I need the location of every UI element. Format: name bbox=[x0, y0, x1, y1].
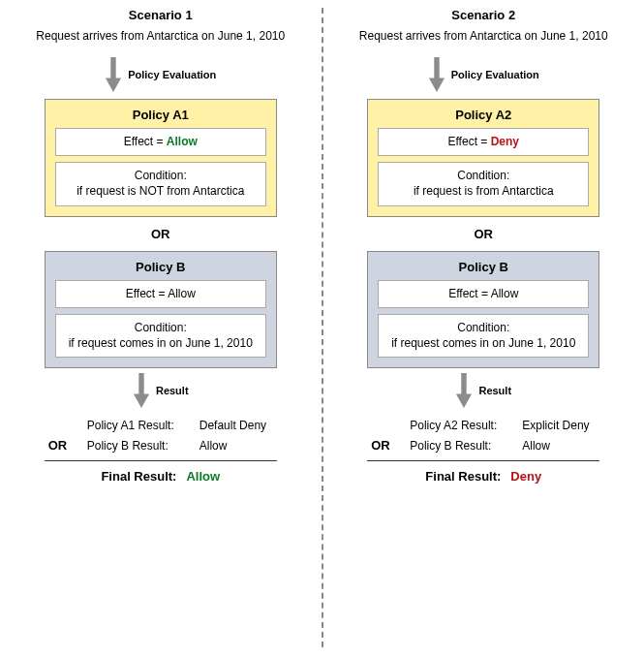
policy-a2-effect: Effect = Deny bbox=[378, 128, 589, 157]
result-row-label: Policy B Result: bbox=[87, 439, 194, 453]
scenario-2-column: Scenario 2 Request arrives from Antarcti… bbox=[323, 0, 645, 657]
result-or: OR bbox=[48, 438, 81, 453]
result-divider bbox=[367, 460, 599, 461]
final-result-row: Final Result: Allow bbox=[101, 469, 220, 484]
result-row-value: Allow bbox=[522, 439, 596, 453]
scenario-1-arrow-result: Result bbox=[133, 372, 189, 409]
policy-b2-effect: Effect = Allow bbox=[378, 280, 589, 309]
result-row-label: Policy B Result: bbox=[410, 439, 516, 453]
arrow-down-icon bbox=[133, 372, 150, 409]
result-row-label: Policy A2 Result: bbox=[410, 419, 516, 432]
policy-a2-title: Policy A2 bbox=[378, 108, 589, 122]
scenario-1-column: Scenario 1 Request arrives from Antarcti… bbox=[0, 0, 322, 657]
arrow-label: Policy Evaluation bbox=[451, 69, 539, 80]
policy-a2-condition: Condition:if request is from Antarctica bbox=[378, 162, 589, 205]
final-result-value: Allow bbox=[186, 469, 220, 484]
effect-prefix: Effect = bbox=[124, 135, 167, 148]
arrow-label: Result bbox=[156, 385, 189, 396]
scenario-2-title: Scenario 2 bbox=[451, 8, 515, 22]
policy-b1-condition: Condition:if request comes in on June 1,… bbox=[55, 314, 266, 358]
effect-value: Allow bbox=[167, 135, 198, 148]
scenario-2-arrow-eval: Policy Evaluation bbox=[428, 56, 539, 93]
scenario-2-results: Policy A2 Result: Explicit Deny OR Polic… bbox=[367, 415, 599, 484]
result-grid: Policy A1 Result: Default Deny OR Policy… bbox=[45, 415, 277, 460]
policy-b1-effect: Effect = Allow bbox=[55, 280, 266, 309]
policy-b1-title: Policy B bbox=[55, 260, 266, 274]
arrow-down-icon bbox=[105, 56, 122, 93]
policy-a2-box: Policy A2 Effect = Deny Condition:if req… bbox=[367, 99, 599, 217]
scenario-1-arrow-eval: Policy Evaluation bbox=[105, 56, 216, 93]
effect-value: Deny bbox=[491, 135, 519, 148]
scenario-2-request: Request arrives from Antarctica on June … bbox=[359, 28, 608, 45]
policy-b2-box: Policy B Effect = Allow Condition:if req… bbox=[367, 251, 599, 369]
diagram-container: Scenario 1 Request arrives from Antarcti… bbox=[0, 0, 644, 657]
arrow-label: Result bbox=[478, 385, 511, 396]
scenario-1-title: Scenario 1 bbox=[129, 8, 193, 22]
result-divider bbox=[45, 460, 277, 461]
arrow-down-icon bbox=[428, 56, 445, 93]
policy-a1-title: Policy A1 bbox=[55, 108, 266, 122]
arrow-label: Policy Evaluation bbox=[128, 69, 216, 80]
final-result-label: Final Result: bbox=[101, 469, 176, 484]
result-or: OR bbox=[371, 438, 404, 453]
effect-prefix: Effect = bbox=[448, 135, 491, 148]
scenario-1-request: Request arrives from Antarctica on June … bbox=[36, 28, 285, 45]
arrow-down-icon bbox=[455, 372, 473, 409]
policy-a1-condition: Condition:if request is NOT from Antarct… bbox=[55, 162, 266, 205]
scenario-2-arrow-result: Result bbox=[455, 372, 511, 409]
final-result-value: Deny bbox=[510, 469, 541, 484]
policy-a1-box: Policy A1 Effect = Allow Condition:if re… bbox=[45, 99, 277, 217]
policy-b2-condition: Condition:if request comes in on June 1,… bbox=[378, 314, 589, 358]
result-row-value: Default Deny bbox=[199, 419, 273, 432]
policy-a1-effect: Effect = Allow bbox=[55, 128, 266, 157]
policy-b2-title: Policy B bbox=[378, 260, 589, 274]
or-label: OR bbox=[475, 227, 494, 241]
policy-b1-box: Policy B Effect = Allow Condition:if req… bbox=[45, 251, 277, 369]
final-result-label: Final Result: bbox=[425, 469, 501, 484]
or-label: OR bbox=[151, 227, 170, 241]
result-row-label: Policy A1 Result: bbox=[87, 419, 194, 432]
result-row-value: Explicit Deny bbox=[522, 419, 596, 432]
result-row-value: Allow bbox=[199, 439, 273, 453]
result-grid: Policy A2 Result: Explicit Deny OR Polic… bbox=[367, 415, 599, 460]
scenario-1-results: Policy A1 Result: Default Deny OR Policy… bbox=[45, 415, 277, 484]
final-result-row: Final Result: Deny bbox=[425, 469, 541, 484]
